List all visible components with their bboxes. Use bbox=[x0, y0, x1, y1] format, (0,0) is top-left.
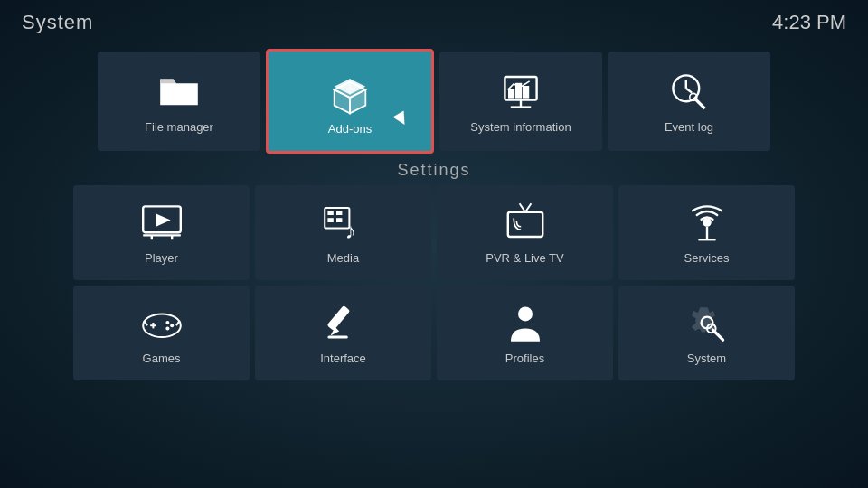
tile-label-add-ons: Add-ons bbox=[328, 122, 372, 136]
svg-rect-43 bbox=[327, 335, 347, 338]
interface-icon bbox=[322, 301, 365, 344]
event-log-icon bbox=[667, 70, 711, 113]
app-title: System bbox=[22, 11, 93, 34]
svg-point-36 bbox=[165, 321, 169, 324]
tile-label-media: Media bbox=[327, 251, 359, 265]
system-info-icon bbox=[499, 70, 542, 113]
settings-label: Settings bbox=[0, 161, 868, 180]
addons-icon bbox=[326, 68, 373, 115]
tile-label-event-log: Event log bbox=[665, 120, 713, 134]
svg-rect-25 bbox=[336, 218, 342, 222]
svg-line-39 bbox=[144, 321, 146, 325]
tile-label-interface: Interface bbox=[320, 352, 366, 365]
svg-rect-41 bbox=[326, 305, 350, 331]
services-icon bbox=[685, 201, 729, 244]
player-icon bbox=[140, 201, 184, 244]
tile-services[interactable]: Services bbox=[618, 185, 795, 280]
settings-row-1: Player ♪ Media bbox=[0, 185, 868, 280]
games-icon bbox=[140, 301, 184, 344]
svg-point-38 bbox=[165, 326, 169, 330]
svg-point-44 bbox=[518, 306, 533, 321]
cursor-indicator bbox=[392, 110, 410, 127]
tile-player[interactable]: Player bbox=[73, 185, 250, 280]
tile-label-system-information: System information bbox=[470, 120, 571, 134]
svg-point-30 bbox=[703, 218, 712, 227]
main-content: System 4:23 PM File manager Add-ons bbox=[0, 0, 868, 488]
tile-label-profiles: Profiles bbox=[505, 352, 544, 365]
svg-marker-17 bbox=[156, 213, 170, 226]
tile-label-pvr-live-tv: PVR & Live TV bbox=[486, 251, 563, 265]
svg-rect-27 bbox=[507, 212, 542, 237]
tile-system[interactable]: System bbox=[618, 286, 795, 380]
tile-interface[interactable]: Interface bbox=[255, 286, 431, 380]
svg-line-29 bbox=[525, 203, 531, 212]
top-row: File manager Add-ons bbox=[0, 49, 868, 154]
tile-games[interactable]: Games bbox=[73, 286, 250, 380]
clock: 4:23 PM bbox=[772, 11, 846, 34]
tile-profiles[interactable]: Profiles bbox=[437, 286, 613, 380]
svg-text:♪: ♪ bbox=[344, 219, 355, 243]
svg-point-33 bbox=[143, 314, 181, 337]
tile-label-file-manager: File manager bbox=[145, 120, 213, 134]
svg-point-37 bbox=[170, 324, 174, 327]
tile-label-services: Services bbox=[684, 251, 730, 265]
pvr-icon bbox=[504, 201, 547, 244]
profiles-icon bbox=[504, 301, 547, 344]
settings-row-2: Games Interface Profiles bbox=[0, 286, 868, 380]
tile-add-ons[interactable]: Add-ons bbox=[266, 49, 434, 154]
folder-icon bbox=[157, 70, 201, 113]
tile-event-log[interactable]: Event log bbox=[608, 52, 770, 151]
svg-rect-24 bbox=[327, 218, 333, 222]
tile-file-manager[interactable]: File manager bbox=[98, 52, 260, 151]
tile-label-games: Games bbox=[143, 352, 181, 365]
top-bar: System 4:23 PM bbox=[0, 0, 868, 45]
media-icon: ♪ bbox=[322, 201, 365, 244]
svg-rect-10 bbox=[524, 87, 528, 97]
svg-line-13 bbox=[686, 88, 692, 92]
tile-system-information[interactable]: System information bbox=[439, 52, 602, 151]
svg-rect-22 bbox=[327, 211, 333, 215]
svg-line-28 bbox=[519, 203, 524, 212]
tile-pvr-live-tv[interactable]: PVR & Live TV bbox=[437, 185, 613, 280]
system-gear-icon bbox=[685, 301, 729, 344]
tile-media[interactable]: ♪ Media bbox=[255, 185, 431, 280]
svg-rect-8 bbox=[509, 89, 514, 97]
svg-line-40 bbox=[176, 321, 179, 325]
tile-label-system: System bbox=[687, 352, 726, 365]
tile-label-player: Player bbox=[145, 251, 178, 265]
svg-rect-23 bbox=[336, 211, 342, 215]
